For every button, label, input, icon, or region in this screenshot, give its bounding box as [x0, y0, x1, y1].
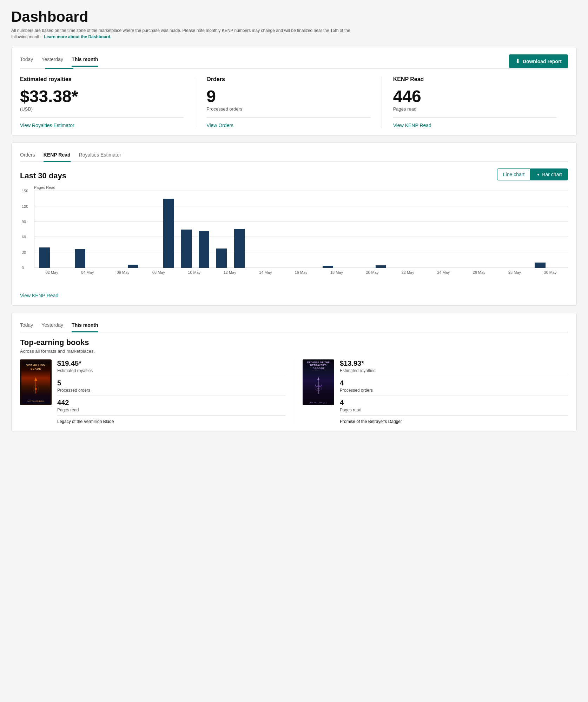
- bar-group-10: [213, 191, 230, 268]
- bar-9: [199, 231, 209, 268]
- x-label-8: 18 May: [319, 270, 354, 274]
- royalties-sublabel: (USD): [20, 106, 184, 112]
- bar-7: [163, 199, 174, 268]
- book1-info: $19.45* Estimated royalties 5 Processed …: [57, 359, 285, 424]
- x-label-13: 28 May: [497, 270, 532, 274]
- books-tab-yesterday[interactable]: Yesterday: [41, 320, 63, 332]
- books-tab-this-month[interactable]: This month: [72, 320, 98, 332]
- royalties-label: Estimated royalties: [20, 76, 184, 82]
- book-item-2: PROMISE OF THEBETRAYER'SDAGGER JAY TALLB…: [303, 359, 568, 424]
- royalties-value: $33.38*: [20, 88, 184, 105]
- x-label-0: 02 May: [34, 270, 70, 274]
- x-label-11: 24 May: [425, 270, 461, 274]
- bar-group-1: [53, 191, 71, 268]
- bar-chart-button[interactable]: ▼ Bar chart: [530, 168, 568, 180]
- bar-group-16: [319, 191, 337, 268]
- x-label-9: 20 May: [355, 270, 390, 274]
- orders-sublabel: Processed orders: [206, 106, 370, 112]
- bar-group-22: [425, 191, 443, 268]
- book2-title: Promise of the Betrayer's Dagger: [340, 419, 568, 424]
- book1-royalty-label: Estimated royalties: [57, 368, 285, 376]
- stats-row: Estimated royalties $33.38* (USD) View R…: [20, 76, 568, 128]
- view-kenp-link[interactable]: View KENP Read: [393, 122, 431, 128]
- books-tab-today[interactable]: Today: [20, 320, 33, 332]
- book1-title: Legacy of the Vermillion Blade: [57, 419, 285, 424]
- x-label-10: 22 May: [390, 270, 425, 274]
- y-tick-150: 150: [22, 189, 28, 193]
- orders-value: 9: [206, 88, 370, 105]
- bar-group-20: [390, 191, 407, 268]
- bar-group-26: [496, 191, 514, 268]
- view-royalties-link[interactable]: View Royalties Estimator: [20, 122, 74, 128]
- chart-y-axis-label: Pages Read: [34, 185, 568, 190]
- x-label-12: 26 May: [461, 270, 497, 274]
- bar-group-23: [443, 191, 460, 268]
- x-label-2: 06 May: [105, 270, 141, 274]
- bar-group-15: [301, 191, 319, 268]
- chart-card: Orders KENP Read Royalties Estimator Las…: [11, 143, 577, 306]
- bar-group-8: [177, 191, 195, 268]
- kenp-value: 446: [393, 88, 557, 105]
- book1-orders-label: Processed orders: [57, 388, 285, 396]
- page-title: Dashboard: [11, 8, 577, 25]
- bar-group-7: [160, 191, 177, 268]
- chevron-down-icon: ▼: [536, 173, 540, 177]
- x-label-5: 12 May: [212, 270, 247, 274]
- book-cover-2: PROMISE OF THEBETRAYER'SDAGGER JAY TALLB…: [303, 359, 334, 405]
- bar-group-17: [337, 191, 354, 268]
- tab-today[interactable]: Today: [20, 54, 33, 67]
- page-subtitle: All numbers are based on the time zone o…: [11, 27, 355, 40]
- bar-0: [39, 247, 50, 268]
- chart-title: Last 30 days: [20, 171, 66, 180]
- book2-info: $13.93* Estimated royalties 4 Processed …: [340, 359, 568, 424]
- chart-tab-orders[interactable]: Orders: [20, 150, 35, 162]
- books-card: Today Yesterday This month Top-earning b…: [11, 313, 577, 431]
- book1-cover-title: VERMILLIONBLADE: [26, 364, 45, 370]
- bar-8: [181, 230, 191, 268]
- bar-28: [535, 263, 545, 268]
- chart-tab-kenp[interactable]: KENP Read: [44, 150, 71, 162]
- download-icon: ⬇: [515, 58, 520, 65]
- view-orders-link[interactable]: View Orders: [206, 122, 233, 128]
- x-axis-labels: 02 May04 May06 May08 May10 May12 May14 M…: [34, 270, 568, 274]
- kenp-label: KENP Read: [393, 76, 557, 82]
- bar-group-25: [478, 191, 496, 268]
- tab-this-month[interactable]: This month: [72, 54, 98, 67]
- line-chart-button[interactable]: Line chart: [497, 168, 530, 180]
- bar-group-14: [284, 191, 301, 268]
- stats-tabs: Today Yesterday This month: [20, 54, 98, 66]
- books-subtitle: Across all formats and marketplaces.: [20, 349, 568, 354]
- y-tick-90: 90: [22, 220, 26, 224]
- bar-group-19: [372, 191, 390, 268]
- chart-tab-royalties[interactable]: Royalties Estimator: [79, 150, 121, 162]
- book2-royalty-label: Estimated royalties: [340, 368, 568, 376]
- learn-more-link[interactable]: Learn more about the Dashboard.: [44, 34, 111, 39]
- bar-group-18: [354, 191, 372, 268]
- bar-group-24: [461, 191, 478, 268]
- download-report-button[interactable]: ⬇ Download report: [509, 54, 568, 68]
- book2-orders-label: Processed orders: [340, 388, 568, 396]
- y-tick-0: 0: [22, 266, 24, 270]
- book1-pages-value: 442: [57, 399, 285, 407]
- bar-group-21: [408, 191, 425, 268]
- y-tick-120: 120: [22, 204, 28, 208]
- bars-row: [34, 191, 568, 268]
- book2-orders-value: 4: [340, 379, 568, 387]
- book2-cover-title: PROMISE OF THEBETRAYER'SDAGGER: [307, 361, 330, 370]
- book2-royalty: $13.93*: [340, 359, 568, 367]
- kenp-block: KENP Read 446 Pages read View KENP Read: [382, 76, 568, 128]
- bar-10: [216, 249, 227, 268]
- kenp-sublabel: Pages read: [393, 106, 557, 112]
- bar-group-29: [549, 191, 567, 268]
- tab-yesterday[interactable]: Yesterday: [41, 54, 63, 67]
- book-cover-1: VERMILLIONBLADE JAY TALLBUDALL: [20, 359, 52, 405]
- bar-2: [75, 249, 85, 268]
- books-grid: VERMILLIONBLADE JAY TALLBUDALL $19.45* E…: [20, 359, 568, 424]
- x-label-6: 14 May: [247, 270, 283, 274]
- bar-19: [376, 265, 386, 268]
- bar-group-0: [36, 191, 53, 268]
- view-kenp-chart-link[interactable]: View KENP Read: [20, 293, 58, 298]
- chart-area: 150 120 90 60 30 0: [34, 191, 568, 268]
- bar-group-28: [531, 191, 549, 268]
- bar-group-3: [89, 191, 106, 268]
